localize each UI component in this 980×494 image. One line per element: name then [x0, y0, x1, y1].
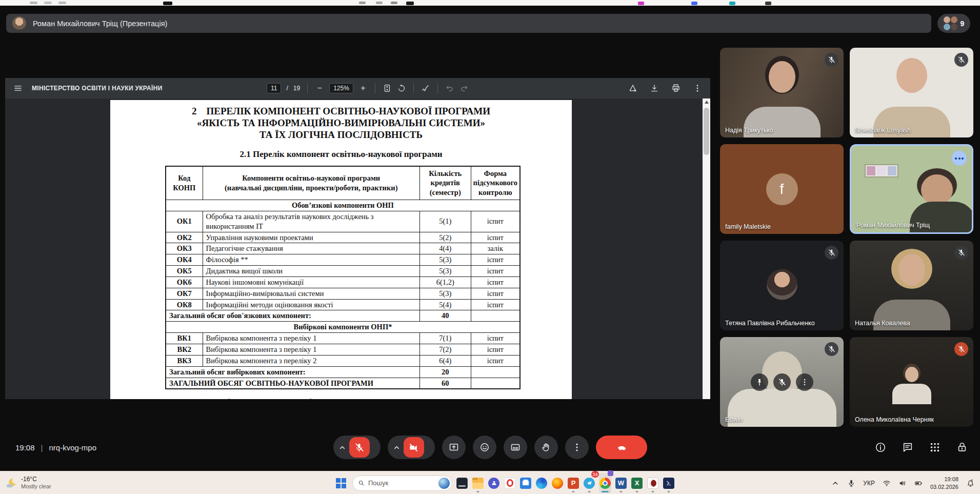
opera-icon[interactable]: [504, 473, 516, 493]
signature-icon[interactable]: [628, 84, 637, 93]
notification-bell-icon[interactable]: [966, 479, 975, 487]
excel-icon[interactable]: X: [631, 473, 643, 493]
firefox-icon[interactable]: [551, 473, 564, 493]
participant-tile[interactable]: Edwin: [720, 337, 844, 427]
task-view-icon[interactable]: [456, 473, 468, 493]
teams-icon[interactable]: [488, 473, 500, 493]
table-cell: 20: [419, 366, 471, 378]
system-tray: УКР 19:08 03.02.2026: [831, 471, 975, 494]
table-cell: ОК2: [166, 232, 203, 243]
apps-grid-icon[interactable]: [929, 442, 941, 453]
media-player-icon[interactable]: [647, 473, 659, 493]
table-cell: ВК3: [166, 355, 203, 366]
table-cell: ОК6: [166, 276, 203, 288]
menu-icon[interactable]: [13, 84, 23, 93]
undo-icon[interactable]: [445, 84, 454, 93]
table-cell: 7(1): [419, 333, 471, 344]
participant-tile[interactable]: f family Maletskie: [720, 144, 844, 234]
table-cell: 5(3): [419, 288, 471, 299]
annotate-pen-icon[interactable]: [421, 84, 430, 93]
browser-tab-strip[interactable]: [0, 0, 980, 6]
participant-tile[interactable]: Smesharik Losyash: [850, 48, 973, 137]
table-row: ВК1Вибіркова компонента з переліку 17(1)…: [166, 333, 520, 344]
download-icon[interactable]: [650, 84, 659, 93]
camera-off-button[interactable]: [404, 437, 424, 458]
table-cell: ЗАГАЛЬНИЙ ОБСЯГ ОСВІТНЬО-НАУКОВОЇ ПРОГРА…: [166, 378, 419, 389]
wifi-icon[interactable]: [883, 479, 891, 487]
pin-button[interactable]: [751, 373, 768, 391]
table-cell: ОК3: [166, 243, 203, 254]
participant-tile[interactable]: Тетяна Павлівна Рибальченко: [720, 241, 844, 330]
table-row: Вибіркові компоненти ОНП*: [166, 322, 520, 333]
more-options-icon[interactable]: [693, 84, 702, 93]
host-controls-icon[interactable]: [956, 442, 968, 453]
tile-options-button[interactable]: [952, 151, 967, 166]
volume-icon[interactable]: [898, 479, 907, 487]
participant-tile[interactable]: Наталья Ковалева: [850, 241, 973, 330]
zoom-in-button[interactable]: +: [358, 84, 368, 93]
participant-tile[interactable]: Олена Миколаївна Черняк: [850, 337, 973, 427]
microphone-tray-icon[interactable]: [847, 479, 855, 487]
rotate-icon[interactable]: [397, 84, 406, 93]
powerpoint-icon[interactable]: P: [567, 473, 579, 493]
table-cell: іспит: [471, 211, 520, 232]
tile-more-button[interactable]: [796, 373, 813, 391]
raise-hand-button[interactable]: [534, 436, 558, 459]
windows-logo-icon: [336, 478, 346, 488]
participant-name: Тетяна Павлівна Рибальченко: [725, 320, 815, 327]
pdf-scrollbar[interactable]: [703, 98, 710, 399]
participant-count-pill[interactable]: 9: [937, 14, 970, 33]
table-cell: іспит: [471, 355, 520, 366]
telegram-icon[interactable]: 34: [583, 473, 595, 493]
terminal-app-icon[interactable]: [663, 473, 675, 493]
more-options-button[interactable]: [565, 436, 589, 459]
mic-mute-button[interactable]: [349, 437, 370, 458]
pdf-content-area: 2 ПЕРЕЛІК КОМПОНЕНТ ОСВІТНЬО-НАУКОВОЇ ПР…: [5, 98, 710, 399]
table-cell: 40: [419, 310, 471, 322]
photo-frames-decor: [865, 164, 898, 177]
print-icon[interactable]: [671, 84, 681, 93]
microsoft-store-icon[interactable]: [519, 473, 532, 493]
battery-icon[interactable]: [914, 479, 923, 487]
camera-control: [388, 436, 435, 459]
taskbar-center: Пошук P 34 W X: [333, 471, 675, 494]
captions-button[interactable]: [504, 436, 527, 459]
reactions-button[interactable]: [473, 436, 496, 459]
word-icon[interactable]: W: [615, 473, 627, 493]
participant-grid: Надія Трикутько Smesharik Losyash f fami…: [720, 48, 973, 427]
scrollbar-thumb[interactable]: [704, 108, 709, 155]
mic-off-icon: [954, 53, 968, 67]
weather-widget[interactable]: -16°C Mostly clear: [5, 471, 51, 494]
table-cell: ОК5: [166, 266, 203, 277]
table-cell: Вибіркова компонента з переліку 1: [203, 333, 419, 344]
end-call-button[interactable]: [596, 436, 647, 459]
start-button[interactable]: [333, 476, 349, 491]
camera-options-chevron-icon[interactable]: [393, 444, 401, 451]
chat-icon[interactable]: [902, 442, 913, 453]
fit-page-icon[interactable]: [383, 84, 392, 93]
table-cell: 5(2): [419, 232, 471, 243]
present-screen-button[interactable]: [442, 436, 466, 459]
redo-icon[interactable]: [459, 84, 469, 93]
scroll-up-icon[interactable]: [705, 101, 709, 104]
meeting-details-icon[interactable]: [875, 442, 886, 453]
zoom-level[interactable]: 125%: [329, 83, 353, 93]
participant-tile-active-speaker[interactable]: Роман Михайлович Тріщ: [850, 144, 973, 234]
table-cell: 6(1,2): [419, 276, 471, 288]
table-cell: Загальний обсяг вибіркових компонент:: [166, 366, 419, 378]
mute-button[interactable]: [773, 373, 791, 391]
zoom-out-button[interactable]: −: [315, 84, 324, 93]
table-cell: Педагогічне стажування: [203, 243, 419, 254]
search-box[interactable]: Пошук: [352, 476, 452, 491]
mic-options-chevron-icon[interactable]: [338, 444, 346, 451]
language-indicator[interactable]: УКР: [863, 480, 875, 487]
page-number-input[interactable]: 11: [267, 83, 281, 93]
taskbar-clock[interactable]: 19:08 03.02.2026: [930, 476, 958, 490]
participant-tile[interactable]: Надія Трикутько: [720, 48, 844, 137]
screen: Роман Михайлович Тріщ (Презентація) 9 МІ…: [0, 0, 980, 494]
table-cell: ОК4: [166, 254, 203, 266]
edge-icon[interactable]: [535, 473, 548, 493]
chrome-icon[interactable]: [599, 473, 611, 493]
hidden-icons-chevron-icon[interactable]: [831, 479, 839, 487]
file-explorer-icon[interactable]: [472, 473, 484, 493]
